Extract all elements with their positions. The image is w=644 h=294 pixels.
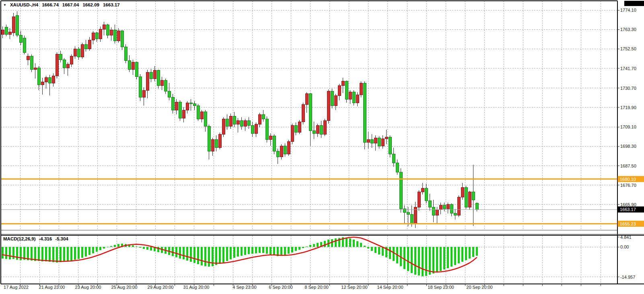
candle bbox=[237, 118, 239, 133]
macd-bar bbox=[74, 247, 76, 260]
macd-bar bbox=[132, 245, 134, 247]
candle bbox=[251, 122, 254, 137]
time-axis[interactable]: 17 Aug 202221 Aug 23:0023 Aug 20:0025 Au… bbox=[4, 285, 493, 290]
macd-bar bbox=[179, 247, 181, 259]
macd-bar bbox=[298, 247, 300, 250]
macd-bar bbox=[360, 243, 362, 247]
candle bbox=[88, 37, 91, 50]
candle bbox=[262, 110, 265, 122]
macd-main-value: -4.316 bbox=[39, 236, 52, 241]
macd-bar bbox=[99, 247, 101, 250]
candle bbox=[428, 194, 431, 211]
price-axis-label: 1687.50 bbox=[620, 164, 636, 168]
candle bbox=[370, 134, 373, 147]
price-axis-label: 1730.70 bbox=[620, 86, 636, 91]
price-axis-label: 1774.10 bbox=[620, 8, 636, 12]
candle bbox=[284, 143, 286, 157]
candle bbox=[121, 30, 123, 50]
candle bbox=[132, 60, 134, 75]
candle bbox=[316, 124, 319, 137]
macd-bar bbox=[193, 247, 195, 263]
candle bbox=[258, 113, 261, 127]
candle bbox=[204, 110, 207, 132]
candle bbox=[302, 103, 305, 124]
candle bbox=[432, 200, 435, 222]
candle bbox=[41, 78, 44, 95]
candle bbox=[439, 203, 442, 214]
candle bbox=[287, 140, 290, 156]
macd-histogram bbox=[2, 237, 478, 276]
candle bbox=[392, 148, 395, 167]
macd-bar bbox=[81, 247, 83, 258]
candle bbox=[5, 25, 8, 36]
price-axis-label: 1709.10 bbox=[620, 124, 636, 129]
macd-bar bbox=[67, 247, 69, 261]
macd-bar bbox=[393, 247, 395, 261]
candle bbox=[30, 54, 33, 72]
candle bbox=[374, 135, 377, 151]
price-axis-label: 1698.30 bbox=[620, 144, 636, 149]
candle bbox=[19, 31, 22, 46]
macd-bar bbox=[110, 246, 112, 247]
candle bbox=[425, 184, 428, 203]
macd-bar bbox=[241, 247, 243, 256]
candle bbox=[142, 87, 145, 106]
candle bbox=[247, 117, 250, 129]
candle bbox=[197, 104, 200, 121]
macd-bar bbox=[117, 244, 119, 247]
candle bbox=[16, 11, 19, 37]
macd-bar bbox=[291, 247, 293, 253]
time-axis-label: 21 Aug 23:00 bbox=[39, 285, 65, 290]
candle bbox=[157, 70, 160, 89]
macd-bar bbox=[378, 247, 380, 255]
candle bbox=[244, 119, 247, 130]
candle bbox=[472, 165, 475, 226]
candle bbox=[92, 31, 95, 44]
macd-bar bbox=[306, 246, 308, 247]
candle bbox=[450, 203, 453, 216]
candle bbox=[443, 203, 446, 211]
candle bbox=[164, 79, 167, 94]
macd-bar bbox=[85, 247, 87, 257]
macd-bar bbox=[451, 247, 453, 267]
candle bbox=[454, 209, 457, 220]
macd-bar bbox=[447, 247, 449, 268]
macd-bar bbox=[103, 247, 105, 248]
time-axis-label: 29 Aug 20:00 bbox=[148, 285, 174, 290]
macd-bar bbox=[273, 247, 275, 255]
macd-bar bbox=[78, 247, 80, 259]
macd-bar bbox=[230, 247, 232, 259]
macd-bar bbox=[226, 247, 228, 261]
macd-bar bbox=[172, 247, 174, 256]
macd-axis-label: -14.957 bbox=[620, 275, 635, 280]
macd-bar bbox=[418, 247, 420, 275]
candle bbox=[320, 121, 323, 138]
macd-bar bbox=[183, 247, 185, 259]
candle bbox=[175, 99, 178, 114]
time-axis-label: 8 Sep 20:00 bbox=[305, 285, 328, 290]
chart-canvas[interactable]: 1774.101763.301752.501741.701730.701719.… bbox=[0, 0, 644, 294]
macd-bar bbox=[288, 247, 290, 254]
macd-bar bbox=[461, 247, 463, 262]
candle bbox=[378, 136, 381, 149]
macd-bar bbox=[34, 247, 36, 261]
macd-bar bbox=[335, 238, 337, 247]
macd-bar bbox=[284, 247, 286, 255]
candle bbox=[37, 66, 40, 90]
candle bbox=[313, 122, 315, 139]
macd-bar bbox=[150, 247, 152, 251]
macd-signal-line bbox=[2, 237, 477, 272]
macd-bar bbox=[443, 247, 445, 269]
macd-bar bbox=[469, 247, 471, 259]
symbol-dropdown-icon[interactable]: ▼ bbox=[3, 4, 6, 7]
low-value: 1662.09 bbox=[82, 2, 99, 7]
macd-bar bbox=[222, 247, 224, 263]
macd-bar bbox=[367, 247, 369, 248]
candle bbox=[233, 112, 236, 127]
candle bbox=[189, 99, 192, 111]
macd-bar bbox=[56, 247, 58, 263]
macd-bar bbox=[382, 247, 384, 256]
candle bbox=[208, 124, 210, 159]
candle bbox=[12, 13, 15, 36]
time-axis-label: 23 Aug 20:00 bbox=[75, 285, 101, 290]
